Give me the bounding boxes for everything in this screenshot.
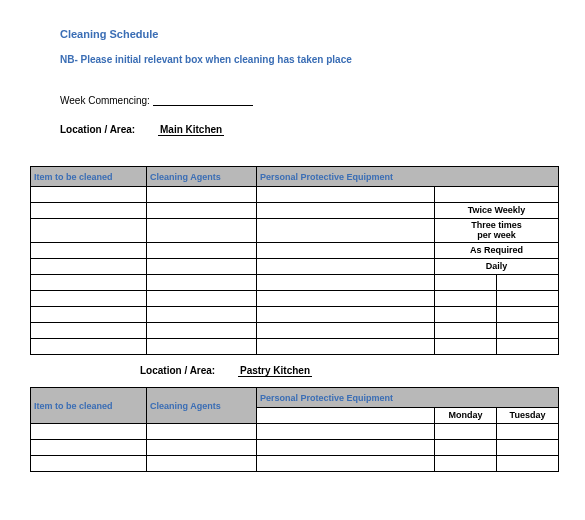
cell[interactable]: [31, 243, 147, 259]
cell[interactable]: [147, 203, 257, 219]
cell[interactable]: [435, 275, 497, 291]
cell[interactable]: [31, 219, 147, 243]
cell[interactable]: [31, 187, 147, 203]
cell[interactable]: [435, 456, 497, 472]
cell[interactable]: [257, 219, 435, 243]
cell[interactable]: [31, 203, 147, 219]
cell[interactable]: [147, 219, 257, 243]
cell[interactable]: [435, 307, 497, 323]
header-item: Item to be cleaned: [31, 167, 147, 187]
cell[interactable]: [497, 440, 559, 456]
cell[interactable]: [147, 440, 257, 456]
cell[interactable]: [147, 291, 257, 307]
cell[interactable]: [257, 424, 435, 440]
cell[interactable]: [257, 275, 435, 291]
cell[interactable]: [435, 291, 497, 307]
location-row-1: Location / Area: Main Kitchen: [60, 124, 555, 136]
cell[interactable]: [31, 339, 147, 355]
cell[interactable]: [147, 187, 257, 203]
week-label: Week Commencing:: [60, 95, 150, 106]
freq-twice-weekly: Twice Weekly: [435, 203, 559, 219]
cell[interactable]: [31, 307, 147, 323]
header-ppe: Personal Protective Equipment: [257, 167, 559, 187]
cell[interactable]: [257, 408, 435, 424]
location-value-1: Main Kitchen: [158, 124, 224, 136]
cell[interactable]: [147, 243, 257, 259]
freq-as-required: As Required: [435, 243, 559, 259]
cell[interactable]: [147, 323, 257, 339]
cell[interactable]: [31, 424, 147, 440]
freq-daily: Daily: [435, 259, 559, 275]
day-monday: Monday: [435, 408, 497, 424]
cell[interactable]: [497, 307, 559, 323]
cell[interactable]: [497, 339, 559, 355]
cell[interactable]: [435, 323, 497, 339]
cell[interactable]: [31, 323, 147, 339]
week-input-line[interactable]: [153, 105, 253, 106]
cell[interactable]: [147, 456, 257, 472]
location-label: Location / Area:: [60, 124, 135, 135]
cell[interactable]: [147, 259, 257, 275]
cell[interactable]: [147, 424, 257, 440]
cell[interactable]: [31, 456, 147, 472]
header-ppe-2: Personal Protective Equipment: [257, 388, 559, 408]
cell[interactable]: [497, 291, 559, 307]
cell[interactable]: [31, 259, 147, 275]
header-agents: Cleaning Agents: [147, 167, 257, 187]
cell[interactable]: [257, 291, 435, 307]
week-commencing-row: Week Commencing:: [60, 95, 555, 106]
cell[interactable]: [257, 307, 435, 323]
cell[interactable]: [257, 187, 435, 203]
cell[interactable]: [147, 307, 257, 323]
cell[interactable]: [257, 440, 435, 456]
schedule-table-2: Item to be cleaned Cleaning Agents Perso…: [30, 387, 559, 472]
cell[interactable]: [257, 323, 435, 339]
nb-instruction: NB- Please initial relevant box when cle…: [60, 54, 555, 65]
location-label-2: Location / Area:: [140, 365, 215, 376]
cell[interactable]: [31, 275, 147, 291]
cell[interactable]: [257, 259, 435, 275]
freq-three-times: Three timesper week: [435, 219, 559, 243]
schedule-table-1: Item to be cleaned Cleaning Agents Perso…: [30, 166, 559, 355]
cell[interactable]: [497, 456, 559, 472]
cell[interactable]: [31, 291, 147, 307]
header-item-2: Item to be cleaned: [31, 388, 147, 424]
location-value-2: Pastry Kitchen: [238, 365, 312, 377]
cell[interactable]: [147, 339, 257, 355]
cell[interactable]: [435, 187, 559, 203]
cell[interactable]: [257, 203, 435, 219]
cell[interactable]: [435, 440, 497, 456]
cell[interactable]: [31, 440, 147, 456]
header-agents-2: Cleaning Agents: [147, 388, 257, 424]
cell[interactable]: [147, 275, 257, 291]
cell[interactable]: [435, 339, 497, 355]
cell[interactable]: [257, 456, 435, 472]
schedule-title: Cleaning Schedule: [60, 28, 555, 40]
cell[interactable]: [257, 243, 435, 259]
cell[interactable]: [497, 424, 559, 440]
location-row-2: Location / Area: Pastry Kitchen: [140, 365, 555, 377]
cell[interactable]: [497, 275, 559, 291]
cell[interactable]: [257, 339, 435, 355]
cell[interactable]: [435, 424, 497, 440]
day-tuesday: Tuesday: [497, 408, 559, 424]
cell[interactable]: [497, 323, 559, 339]
